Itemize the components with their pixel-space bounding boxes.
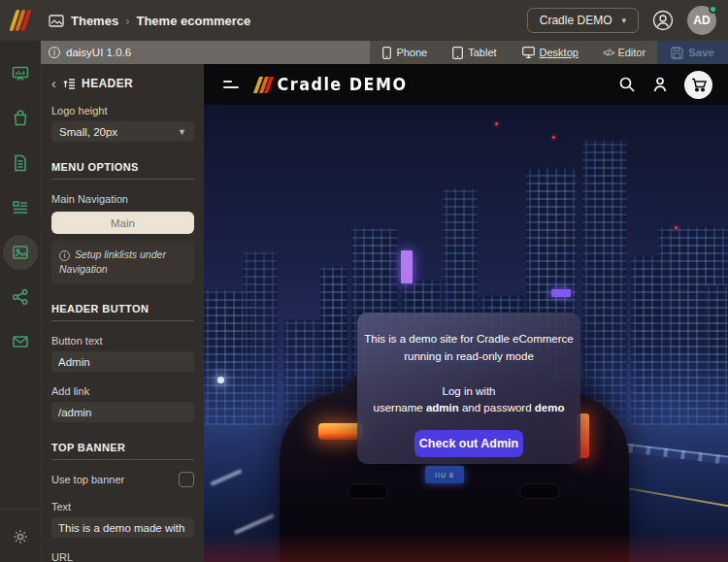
spacer [357,366,580,383]
overlay-username: admin [426,402,459,413]
antenna-light [552,136,555,139]
logo-height-select[interactable]: Small, 20px ▼ [51,121,194,142]
overlay-line1a: This is a demo site for Cradle eCommerce [357,331,580,348]
save-label: Save [688,47,714,58]
linklists-info-note: i Setup linklists under Navigation [51,241,194,283]
theme-selector-label: Cradle DEMO [540,14,612,27]
device-tablet-label: Tablet [468,47,496,58]
hero-city-image: IIU 8 This is a demo site for Cradle eCo… [204,105,728,562]
framework-label: daisyUI 1.0.6 [66,47,131,58]
device-desktop-button[interactable]: Desktop [510,41,591,64]
exhaust-pipe [347,483,388,499]
theme-selector-dropdown[interactable]: Cradle DEMO ▾ [527,8,639,33]
overlay-line1b: running in read-only mode [357,348,580,366]
neon-accent [551,289,571,297]
editor-button[interactable]: </> Editor [591,47,657,58]
breadcrumb-current: Theme ecommerce [136,14,250,28]
themes-image-icon [49,15,64,27]
site-title: Cradle DEMO [278,75,408,94]
add-link-input[interactable] [51,402,194,422]
use-top-banner-row: Use top banner [51,472,194,487]
search-icon[interactable] [618,76,636,93]
street-light [217,377,224,383]
banner-url-label: URL [51,551,194,562]
header-button-heading: HEADER BUTTON [51,303,194,314]
integrations-share-icon[interactable] [3,280,38,314]
device-switcher: Phone Tablet Desktop </> Editor Save [370,41,728,64]
top-banner-heading: TOP BANNER [51,442,194,453]
breadcrumb: Themes › Theme ecommerce [49,14,250,28]
use-top-banner-label: Use top banner [51,474,124,485]
check-out-admin-button[interactable]: Check out Admin [414,430,523,457]
chevron-down-icon: ▼ [178,127,186,137]
phone-icon [382,47,391,59]
tablet-icon [452,47,463,59]
logo-height-label: Logo height [51,105,194,116]
overlay-line3: username admin and password demo [357,400,580,417]
chevron-down-icon: ▾ [621,16,626,25]
device-phone-label: Phone [396,47,427,58]
themes-image-icon[interactable] [3,235,38,270]
online-status-dot [709,5,717,14]
site-header-actions [618,71,728,99]
user-icon[interactable] [651,76,669,93]
info-icon: i [49,47,60,58]
divider [51,179,194,180]
breadcrumb-root[interactable]: Themes [71,14,118,28]
settings-gear-icon[interactable] [3,519,38,554]
info-note-text: Setup linklists under Navigation [59,248,166,275]
cart-icon[interactable] [684,71,712,99]
site-logo-stripes-icon [256,77,271,93]
divider [51,459,194,460]
nav-rail [0,41,41,562]
site-logo[interactable]: Cradle DEMO [256,76,408,94]
desktop-icon [522,47,535,58]
mail-icon[interactable] [3,324,38,359]
banner-text-input[interactable] [51,517,194,538]
save-button[interactable]: Save [657,41,728,64]
settings-panel: ‹ HEADER Logo height Small, 20px ▼ MENU … [41,64,204,562]
rail-divider [0,509,41,510]
preview-toolbar: i daisyUI 1.0.6 Phone Tablet Desktop </>… [41,41,728,64]
breadcrumb-separator: › [125,14,129,28]
bottom-red-glow [204,532,728,562]
main-navigation-label: Main Navigation [51,193,194,205]
button-text-input[interactable] [51,351,194,372]
antenna-light [675,226,678,229]
menu-icon[interactable] [223,81,239,88]
antenna-light [495,122,498,125]
panel-header-back[interactable]: ‹ HEADER [51,76,194,91]
exhaust-pipe [519,483,560,499]
add-link-label: Add link [51,385,194,397]
orders-bag-icon[interactable] [3,101,38,136]
device-tablet-button[interactable]: Tablet [440,41,509,64]
editor-label: Editor [617,47,645,58]
demo-overlay-card: This is a demo site for Cradle eCommerce… [357,313,580,464]
overlay-line2: Log in with [357,383,580,401]
overlay-password: demo [535,402,565,413]
cradle-logo-icon[interactable] [0,10,41,31]
avatar-initials: AD [693,14,710,27]
theme-editor-app: Themes › Theme ecommerce Cradle DEMO ▾ A… [0,0,728,562]
account-icon[interactable] [652,10,674,31]
device-phone-button[interactable]: Phone [370,41,440,64]
use-top-banner-checkbox[interactable] [179,472,194,487]
topbar: Themes › Theme ecommerce Cradle DEMO ▾ A… [0,0,728,41]
panel-title: HEADER [82,77,133,90]
dashboard-icon[interactable] [3,56,38,91]
menu-options-heading: MENU OPTIONS [51,161,194,173]
section-panel-icon [62,78,76,90]
save-floppy-icon [671,47,683,59]
divider [51,320,194,321]
framework-info: i daisyUI 1.0.6 [41,41,370,64]
pages-document-icon[interactable] [3,146,38,181]
site-preview: Cradle DEMO [204,64,728,562]
main-nav-button[interactable]: Main [51,212,194,234]
logo-height-value: Small, 20px [59,126,117,138]
button-text-label: Button text [51,335,194,347]
navigation-list-icon[interactable] [3,190,38,225]
back-chevron-icon: ‹ [51,76,56,91]
avatar[interactable]: AD [687,6,716,35]
code-icon: </> [603,48,613,58]
neon-accent [401,250,413,283]
